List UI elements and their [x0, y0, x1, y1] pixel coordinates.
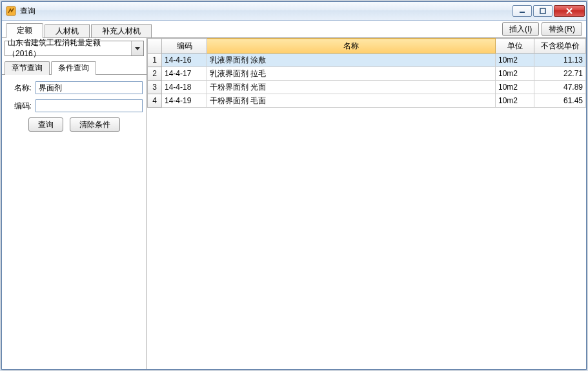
insert-button[interactable]: 插入(I) [502, 22, 539, 36]
cell-unit[interactable]: 10m2 [496, 54, 534, 67]
col-unit[interactable]: 单位 [496, 39, 534, 54]
main-toolbar: 定额人材机补充人材机 插入(I) 替换(R) [2, 21, 586, 38]
cell-price[interactable]: 11.13 [534, 54, 586, 67]
main-tab-1[interactable]: 人材机 [45, 24, 90, 37]
cell-unit[interactable]: 10m2 [496, 81, 534, 94]
results-grid[interactable]: 编码 名称 单位 不含税单价 114-4-16乳液界面剂 涂敷10m211.13… [147, 38, 586, 108]
code-input[interactable] [35, 99, 143, 112]
cell-price[interactable]: 22.71 [534, 67, 586, 81]
cell-price[interactable]: 61.45 [534, 94, 586, 108]
grid-header-row: 编码 名称 单位 不含税单价 [148, 39, 586, 54]
svg-rect-2 [540, 8, 545, 14]
results-grid-area: 编码 名称 单位 不含税单价 114-4-16乳液界面剂 涂敷10m211.13… [147, 38, 586, 369]
cell-name[interactable]: 干粉界面剂 毛面 [207, 94, 496, 108]
app-icon [6, 6, 16, 16]
cell-name[interactable]: 乳液界面剂 涂敷 [207, 54, 496, 67]
left-panel: 山东省建筑工程消耗量定额（2016） 章节查询条件查询 名称: 编码: 查询 清… [2, 38, 147, 369]
table-row[interactable]: 414-4-19干粉界面剂 毛面10m261.45 [148, 94, 586, 108]
name-label: 名称: [6, 83, 32, 94]
clear-button[interactable]: 清除条件 [70, 117, 120, 132]
maximize-button[interactable] [533, 5, 553, 17]
toolbar-right-buttons: 插入(I) 替换(R) [502, 22, 582, 37]
minimize-button[interactable] [512, 5, 532, 17]
sub-tab-1[interactable]: 条件查询 [51, 61, 96, 75]
code-label: 编码: [6, 101, 32, 112]
quota-dropdown[interactable]: 山东省建筑工程消耗量定额（2016） [5, 41, 144, 56]
cell-name[interactable]: 干粉界面剂 光面 [207, 81, 496, 94]
main-tabs: 定额人材机补充人材机 [6, 23, 153, 37]
cell-rownum[interactable]: 4 [148, 94, 162, 108]
window-title: 查询 [20, 6, 511, 17]
form-button-row: 查询 清除条件 [6, 117, 143, 132]
col-code[interactable]: 编码 [162, 39, 207, 54]
col-price[interactable]: 不含税单价 [534, 39, 586, 54]
window-buttons [511, 5, 585, 17]
cell-rownum[interactable]: 1 [148, 54, 162, 67]
titlebar: 查询 [2, 2, 586, 21]
col-name[interactable]: 名称 [207, 39, 496, 54]
table-row[interactable]: 314-4-18干粉界面剂 光面10m247.89 [148, 81, 586, 94]
query-button[interactable]: 查询 [28, 117, 63, 132]
col-rownum[interactable] [148, 39, 162, 54]
query-form: 名称: 编码: 查询 清除条件 [2, 75, 147, 138]
cell-code[interactable]: 14-4-16 [162, 54, 207, 67]
close-button[interactable] [554, 5, 585, 17]
sub-tabs: 章节查询条件查询 [2, 59, 147, 75]
cell-rownum[interactable]: 3 [148, 81, 162, 94]
cell-name[interactable]: 乳液界面剂 拉毛 [207, 67, 496, 81]
sub-tab-0[interactable]: 章节查询 [5, 61, 50, 75]
form-row-code: 编码: [6, 99, 143, 112]
cell-unit[interactable]: 10m2 [496, 67, 534, 81]
table-row[interactable]: 214-4-17乳液界面剂 拉毛10m222.71 [148, 67, 586, 81]
cell-code[interactable]: 14-4-19 [162, 94, 207, 108]
cell-code[interactable]: 14-4-17 [162, 67, 207, 81]
cell-price[interactable]: 47.89 [534, 81, 586, 94]
cell-code[interactable]: 14-4-18 [162, 81, 207, 94]
cell-unit[interactable]: 10m2 [496, 94, 534, 108]
main-tab-0[interactable]: 定额 [6, 23, 43, 38]
cell-rownum[interactable]: 2 [148, 67, 162, 81]
main-tab-2[interactable]: 补充人材机 [91, 24, 152, 37]
app-window: 查询 定额人材机补充人材机 插入(I) 替换(R) 山东省建筑工程消耗量定额（2… [1, 1, 587, 370]
quota-dropdown-label: 山东省建筑工程消耗量定额（2016） [8, 38, 131, 59]
body: 山东省建筑工程消耗量定额（2016） 章节查询条件查询 名称: 编码: 查询 清… [2, 38, 586, 369]
replace-button[interactable]: 替换(R) [542, 22, 582, 36]
table-row[interactable]: 114-4-16乳液界面剂 涂敷10m211.13 [148, 54, 586, 67]
chevron-down-icon [131, 41, 143, 55]
form-row-name: 名称: [6, 81, 143, 94]
name-input[interactable] [35, 81, 143, 94]
